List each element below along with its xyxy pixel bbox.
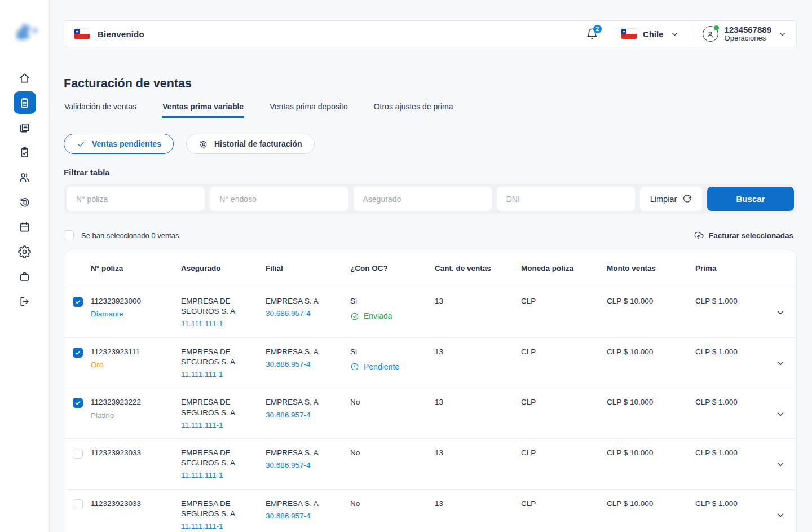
tab-ventas-prima-deposito[interactable]: Ventas prima deposito [269, 102, 348, 118]
subsidiary-name: EMPRESA S. A [266, 397, 343, 407]
topbar-right: 2 Chile 1234567889 Operaciones [586, 25, 787, 43]
premium: CLP $ 1.000 [695, 448, 765, 458]
sales-amount: CLP $ 10.000 [607, 448, 695, 458]
subsidiary-rut-link[interactable]: 30.686.957-4 [266, 359, 343, 370]
toggle-ventas-pendientes[interactable]: Ventas pendientes [64, 134, 174, 154]
insured-name: EMPRESA DE SEGUROS S. A [181, 347, 259, 367]
chevron-down-icon [775, 358, 786, 369]
premium: CLP $ 1.000 [695, 499, 765, 509]
tab-validacion-de-ventas[interactable]: Validación de ventas [64, 102, 137, 118]
insured-name: EMPRESA DE SEGUROS S. A [181, 448, 259, 468]
sales-amount: CLP $ 10.000 [607, 347, 695, 357]
sidebar-item-settings[interactable] [14, 240, 36, 263]
filter-input-dni[interactable] [497, 187, 635, 211]
policy-currency: CLP [521, 499, 607, 509]
filter-input-n-endoso[interactable] [210, 187, 348, 211]
toggle-label: Historial de facturación [214, 139, 302, 148]
logo-blur-graphic [9, 17, 41, 44]
policy-currency: CLP [521, 347, 607, 357]
tabs: Validación de ventasVentas prima variabl… [64, 102, 797, 118]
with-oc-value: Si [350, 296, 428, 306]
calendar-icon [18, 221, 31, 234]
oc-status-badge: Pendiente [350, 362, 428, 372]
with-oc-value: Si [350, 347, 428, 357]
subsidiary-rut-link[interactable]: 30.686.957-4 [266, 511, 343, 521]
insured-rut-link[interactable]: 11.111.111-1 [181, 319, 259, 329]
notifications-button[interactable]: 2 [586, 28, 598, 40]
sidebar-item-documents[interactable] [14, 116, 36, 139]
divider [610, 27, 610, 41]
subsidiary-rut-link[interactable]: 30.686.957-4 [266, 410, 343, 420]
facturar-seleccionadas-button[interactable]: Facturar seleccionadas [690, 230, 797, 241]
page-title: Facturación de ventas [64, 77, 797, 91]
insured-rut-link[interactable]: 11.111.111-1 [181, 471, 259, 481]
filter-input-n-poliza[interactable] [67, 187, 205, 211]
country-label: Chile [643, 29, 664, 39]
expand-row-button[interactable] [773, 456, 788, 472]
with-oc-value: No [350, 499, 428, 509]
cloud-upload-icon [694, 230, 704, 240]
subsidiary-rut-link[interactable]: 30.686.957-4 [266, 309, 343, 319]
row-checkbox[interactable] [73, 499, 83, 509]
row-checkbox[interactable] [73, 348, 83, 358]
welcome-text: Bienvenido [98, 29, 144, 39]
app: Bienvenido 2 Chile [0, 0, 812, 532]
table-row: 112323923033EMPRESA DE SEGUROS S. A11.11… [64, 489, 796, 532]
row-checkbox[interactable] [73, 398, 83, 408]
sidebar-item-briefcase[interactable] [14, 265, 36, 288]
column-header-asegurado: Asegurado [181, 263, 266, 274]
user-menu[interactable]: 1234567889 Operaciones [703, 25, 787, 43]
main-content: Bienvenido 2 Chile [50, 0, 812, 532]
table-header-row: N° pólizaAseguradoFilial¿Con OC?Cant. de… [64, 250, 796, 287]
select-all-checkbox[interactable] [64, 230, 74, 240]
chevron-down-icon [775, 459, 786, 470]
sales-count: 13 [435, 347, 521, 357]
row-checkbox[interactable] [73, 449, 83, 459]
country-selector[interactable]: Chile [621, 29, 679, 39]
chevron-down-icon [775, 509, 786, 521]
policy-number: 112323923222 [91, 397, 174, 407]
topbar: Bienvenido 2 Chile [64, 20, 797, 47]
sidebar-item-history[interactable] [14, 191, 36, 213]
column-header-cant-de-ventas: Cant. de ventas [435, 263, 521, 274]
sidebar-item-clipboard-check[interactable] [14, 141, 36, 164]
online-status-dot [714, 25, 719, 30]
policy-number: 112323923033 [91, 499, 174, 509]
insured-rut-link[interactable]: 11.111.111-1 [181, 521, 259, 531]
sales-amount: CLP $ 10.000 [607, 397, 695, 407]
insured-rut-link[interactable]: 11.111.111-1 [181, 420, 259, 430]
sales-count: 13 [435, 448, 521, 458]
sidebar-item-calendar[interactable] [14, 216, 36, 238]
expand-row-button[interactable] [773, 507, 788, 523]
expand-row-button[interactable] [773, 305, 788, 320]
row-checkbox[interactable] [73, 297, 83, 307]
subsidiary-name: EMPRESA S. A [266, 296, 343, 306]
users-icon [18, 171, 31, 184]
expand-row-button[interactable] [773, 406, 788, 422]
sidebar-item-logout[interactable] [14, 290, 36, 313]
facturar-label: Facturar seleccionadas [709, 231, 793, 240]
expand-row-button[interactable] [773, 355, 788, 371]
subsidiary-rut-link[interactable]: 30.686.957-4 [266, 460, 343, 471]
sidebar-item-users[interactable] [14, 166, 36, 188]
policy-tier: Oro [91, 360, 174, 370]
chile-flag-icon [74, 29, 90, 39]
user-role: Operaciones [725, 34, 766, 43]
sidebar-item-home[interactable] [14, 67, 36, 89]
chevron-down-icon [670, 29, 679, 39]
search-button[interactable]: Buscar [707, 187, 794, 211]
toggle-historial-facturacion[interactable]: Historial de facturación [186, 134, 315, 154]
sales-amount: CLP $ 10.000 [607, 499, 695, 509]
documents-icon [18, 121, 31, 134]
sidebar-item-clipboard[interactable] [14, 91, 36, 114]
column-header-con-oc: ¿Con OC? [350, 263, 435, 274]
clear-filters-button[interactable]: Limpiar [640, 187, 702, 211]
tab-ventas-prima-variable[interactable]: Ventas prima variable [162, 102, 244, 118]
logout-icon [18, 295, 31, 308]
clipboard-check-icon [18, 146, 31, 159]
insured-rut-link[interactable]: 11.111.111-1 [181, 370, 259, 380]
policy-number: 112323923111 [91, 347, 174, 357]
filter-input-asegurado[interactable] [354, 187, 492, 211]
tab-otros-ajustes-de-prima[interactable]: Otros ajustes de prima [373, 102, 454, 118]
refresh-icon [682, 194, 692, 204]
